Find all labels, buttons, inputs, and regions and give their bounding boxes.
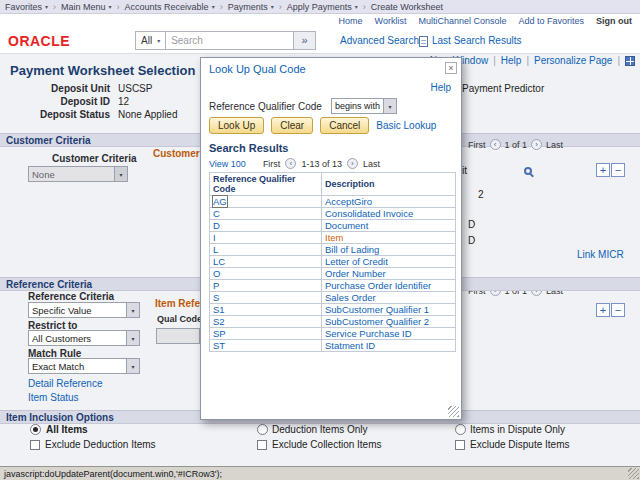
customer-criteria-label: Customer Criteria	[52, 153, 136, 164]
status-text: javascript:doUpdateParent(document.win0,…	[4, 469, 222, 479]
code-link[interactable]: I	[213, 232, 216, 243]
basic-lookup-link[interactable]: Basic Lookup	[376, 120, 436, 131]
description-link[interactable]: Consolidated Invoice	[325, 208, 413, 219]
code-link[interactable]: O	[213, 268, 220, 279]
description-link[interactable]: Document	[325, 220, 368, 231]
pagination-prev-icon[interactable]: ‹	[285, 158, 296, 169]
delete-row-button[interactable]: −	[611, 303, 625, 317]
code-link[interactable]: S1	[213, 304, 225, 315]
item-status-link[interactable]: Item Status	[28, 392, 79, 403]
detail-reference-link[interactable]: Detail Reference	[28, 378, 102, 389]
code-link[interactable]: SP	[213, 328, 226, 339]
search-input[interactable]: Search	[166, 31, 294, 50]
clear-button[interactable]: Clear	[271, 117, 313, 134]
breadcrumb-create-worksheet[interactable]: Create Worksheet	[371, 2, 443, 12]
add-row-button[interactable]: +	[596, 163, 610, 177]
breadcrumb-accounts-receivable[interactable]: Accounts Receivable▾	[125, 2, 215, 12]
worklist-link[interactable]: Worklist	[375, 16, 407, 26]
table-row: DDocument	[210, 220, 456, 232]
last-search-results-icon[interactable]	[419, 36, 428, 47]
lookup-help-link[interactable]: Help	[430, 82, 451, 93]
description-link[interactable]: AcceptGiro	[325, 196, 372, 207]
description-link[interactable]: Statment ID	[325, 340, 375, 351]
exclude-deduction-items-checkbox[interactable]	[30, 440, 40, 450]
code-link[interactable]: P	[213, 280, 219, 291]
personalize-layout-icon[interactable]	[625, 56, 635, 66]
breadcrumb-label: Favorites	[5, 2, 42, 12]
column-header-code[interactable]: Reference Qualifier Code	[210, 173, 322, 196]
code-link[interactable]: S	[213, 292, 219, 303]
advanced-search-link[interactable]: Advanced Search	[340, 35, 419, 46]
search-submit-button[interactable]: »	[294, 31, 316, 50]
pagination-last-link[interactable]: Last	[363, 159, 380, 169]
pagination-next-icon[interactable]: ›	[531, 139, 542, 150]
link-micr-link[interactable]: Link MICR	[577, 249, 624, 260]
breadcrumb-favorites[interactable]: Favorites▾	[5, 2, 48, 12]
look-up-button[interactable]: Look Up	[209, 117, 264, 134]
reference-criteria-select[interactable]: Specific Value ▾	[28, 302, 140, 318]
description-link[interactable]: Bill of Lading	[325, 244, 379, 255]
grid-value-fragment: 2	[478, 189, 484, 200]
code-link[interactable]: L	[213, 244, 218, 255]
deduction-items-only-radio[interactable]	[257, 424, 268, 435]
breadcrumb-payments[interactable]: Payments▾	[228, 2, 274, 12]
home-link[interactable]: Home	[339, 16, 363, 26]
pagination-first-link[interactable]: First	[468, 140, 486, 150]
cancel-button[interactable]: Cancel	[320, 117, 369, 134]
description-link[interactable]: Purchase Order Identifier	[325, 280, 431, 291]
breadcrumb-separator: ›	[279, 2, 282, 12]
match-rule-select[interactable]: Exact Match ▾	[28, 358, 140, 374]
pagination-last-link[interactable]: Last	[546, 140, 563, 150]
code-link[interactable]: LC	[213, 256, 225, 267]
description-link[interactable]: SubCustomer Qualifier 1	[325, 304, 429, 315]
view-all-link[interactable]: View 100	[209, 159, 246, 169]
description-link[interactable]: Order Number	[325, 268, 386, 279]
description-link[interactable]: Service Purchase ID	[325, 328, 412, 339]
all-items-radio[interactable]	[30, 424, 41, 435]
exclude-collection-items-checkbox[interactable]	[257, 440, 267, 450]
exclude-collection-items-label: Exclude Collection Items	[272, 439, 382, 450]
items-in-dispute-only-radio[interactable]	[455, 424, 466, 435]
lookup-magnifier-icon[interactable]	[524, 167, 532, 175]
code-link[interactable]: C	[213, 208, 220, 219]
close-icon[interactable]: ×	[445, 62, 457, 74]
search-scope-select[interactable]: All▾	[135, 31, 166, 50]
customer-criteria-select[interactable]: None ▾	[28, 166, 128, 182]
deposit-status-value: None Applied	[118, 109, 178, 120]
last-search-results-link[interactable]: Last Search Results	[432, 35, 522, 46]
code-link[interactable]: D	[213, 220, 220, 231]
search-scope-value: All	[141, 35, 152, 46]
operator-select[interactable]: begins with ▾	[331, 98, 397, 114]
table-header-row: Reference Qualifier Code Description	[210, 173, 456, 196]
breadcrumb-apply-payments[interactable]: Apply Payments▾	[287, 2, 358, 12]
resize-grip[interactable]	[448, 406, 459, 417]
description-link[interactable]: SubCustomer Qualifier 2	[325, 316, 429, 327]
code-link[interactable]: AG	[213, 196, 227, 207]
add-row-button[interactable]: +	[596, 303, 610, 317]
personalize-page-link[interactable]: Personalize Page	[534, 55, 612, 66]
qual-code-label: Qual Code	[157, 314, 202, 324]
pagination-prev-icon[interactable]: ‹	[490, 139, 501, 150]
exclude-dispute-items-checkbox[interactable]	[455, 440, 465, 450]
description-link[interactable]: Letter of Credit	[325, 256, 388, 267]
breadcrumb-label: Payments	[228, 2, 268, 12]
breadcrumb-main-menu[interactable]: Main Menu▾	[61, 2, 112, 12]
reference-qualifier-code-label: Reference Qualifier Code	[209, 101, 322, 112]
sign-out-link[interactable]: Sign out	[596, 16, 632, 26]
qual-code-select-partial[interactable]	[156, 328, 200, 344]
description-link[interactable]: Item	[325, 232, 343, 243]
pagination-next-icon[interactable]: ›	[347, 158, 358, 169]
pagination-first-link[interactable]: First	[263, 159, 281, 169]
multichannel-console-link[interactable]: MultiChannel Console	[418, 16, 506, 26]
add-to-favorites-link[interactable]: Add to Favorites	[518, 16, 584, 26]
help-link[interactable]: Help	[501, 55, 522, 66]
code-link[interactable]: S2	[213, 316, 225, 327]
code-link[interactable]: ST	[213, 340, 225, 351]
delete-row-button[interactable]: −	[611, 163, 625, 177]
column-header-description[interactable]: Description	[322, 173, 456, 196]
chevron-down-icon: ▾	[355, 4, 358, 10]
lookup-dialog: Look Up Qual Code × Help Reference Quali…	[200, 57, 462, 420]
table-row: OOrder Number	[210, 268, 456, 280]
description-link[interactable]: Sales Order	[325, 292, 376, 303]
restrict-to-select[interactable]: All Customers ▾	[28, 330, 140, 346]
